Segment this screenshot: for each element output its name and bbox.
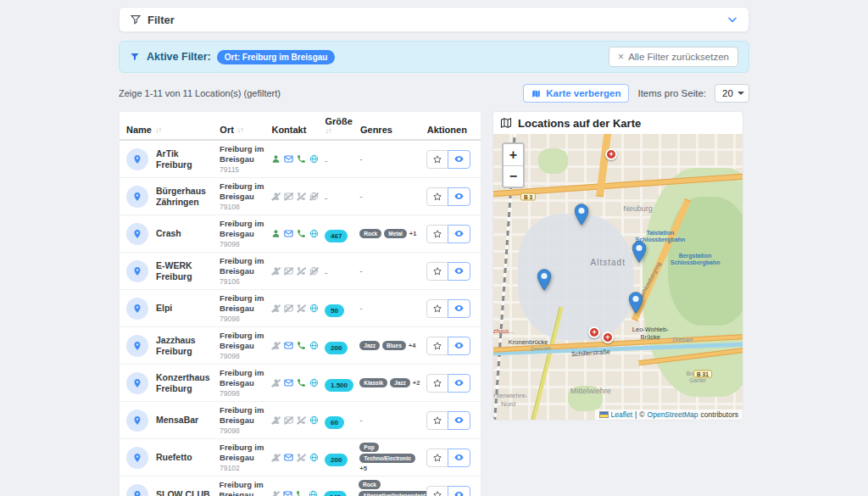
close-icon: ×	[618, 52, 624, 62]
location-name-cell: Elpi	[126, 298, 220, 320]
phone-icon[interactable]	[297, 229, 306, 238]
view-details-button[interactable]	[448, 262, 470, 281]
location-city: Freiburg im Breisgau	[220, 368, 268, 388]
location-city: Freiburg im Breisgau	[220, 443, 268, 463]
star-icon	[432, 154, 442, 164]
globe-icon[interactable]	[309, 453, 319, 462]
column-header-genres: Genres	[360, 125, 427, 135]
view-details-button[interactable]	[448, 187, 470, 206]
location-pin-icon	[126, 223, 148, 245]
view-details-button[interactable]	[448, 374, 470, 393]
phone-icon[interactable]	[297, 341, 306, 350]
favorite-button[interactable]	[426, 374, 448, 393]
person-icon[interactable]	[271, 154, 281, 164]
location-name-cell: Konzerthaus Freiburg	[126, 372, 220, 394]
favorite-button[interactable]	[426, 225, 448, 243]
openstreetmap-link[interactable]: OpenStreetMap	[648, 410, 698, 419]
globe-icon[interactable]	[309, 304, 319, 313]
zoom-out-button[interactable]: −	[504, 165, 523, 187]
ukraine-flag-icon	[599, 411, 609, 418]
genre-badge: Pop	[359, 443, 378, 452]
sort-icon: ↓↑	[326, 126, 331, 135]
view-details-button[interactable]	[448, 225, 470, 243]
email-icon[interactable]	[284, 341, 293, 350]
phone-icon[interactable]	[297, 378, 306, 387]
size-badge: 140	[324, 491, 347, 496]
phone-icon[interactable]	[297, 154, 306, 164]
location-name: ArTik Freiburg	[156, 148, 216, 170]
leaflet-map[interactable]: NeuburgAltstadtTalstation Schlossbergbah…	[493, 134, 743, 420]
location-city: Freiburg im Breisgau	[220, 405, 268, 426]
star-icon	[432, 304, 442, 314]
folded-map-icon	[500, 117, 512, 129]
filter-panel-header[interactable]: Filter	[119, 7, 749, 32]
star-icon	[432, 192, 442, 202]
items-per-page-label: Items pro Seite:	[637, 88, 706, 98]
map-park	[568, 386, 603, 411]
hide-map-button[interactable]: Karte verbergen	[523, 84, 629, 103]
location-zip: 79115	[220, 165, 268, 174]
globe-icon[interactable]	[309, 341, 319, 350]
location-marker-pin[interactable]	[575, 203, 589, 226]
poi-marker[interactable]: +	[605, 148, 617, 160]
column-header-label: Aktionen	[427, 125, 467, 135]
email-icon[interactable]	[284, 378, 293, 387]
table-header-row: Name↓↑Ort↓↑KontaktGröße↓↑GenresAktionen	[120, 112, 481, 141]
genres-cell: RockMetal+1	[359, 229, 426, 238]
poi-marker[interactable]: +	[588, 326, 600, 338]
location-city: Freiburg im Breisgau	[220, 219, 268, 239]
email-icon[interactable]	[284, 453, 293, 462]
globe-icon[interactable]	[309, 154, 319, 164]
globe-icon[interactable]	[309, 378, 319, 387]
location-marker-pin[interactable]	[632, 241, 646, 263]
column-header-groesse[interactable]: Größe↓↑	[326, 116, 360, 135]
location-city-cell: Freiburg im Breisgau79106	[220, 256, 271, 286]
email-icon[interactable]	[283, 490, 292, 496]
globe-icon[interactable]	[309, 415, 319, 425]
email-icon[interactable]	[284, 154, 293, 164]
globe-icon[interactable]	[309, 229, 319, 238]
location-marker-pin[interactable]	[628, 292, 643, 314]
contact-cell	[271, 154, 325, 164]
poi-marker[interactable]: +	[602, 332, 614, 343]
location-name-cell: E-WERK Freiburg	[126, 260, 220, 282]
phone-icon	[297, 453, 306, 462]
contact-cell	[271, 266, 325, 276]
active-filters-label: Aktive Filter:	[147, 51, 211, 63]
column-header-name[interactable]: Name↓↑	[126, 125, 220, 135]
favorite-button[interactable]	[426, 187, 448, 206]
email-icon[interactable]	[284, 229, 293, 238]
phone-icon[interactable]	[296, 490, 305, 496]
view-details-button[interactable]	[448, 150, 470, 169]
genres-cell: -	[359, 415, 426, 425]
globe-icon[interactable]	[309, 490, 318, 496]
location-marker-pin[interactable]	[537, 269, 551, 291]
person-icon	[271, 378, 281, 387]
favorite-button[interactable]	[426, 150, 448, 169]
location-name: MensaBar	[156, 415, 198, 426]
leaflet-link[interactable]: Leaflet	[611, 410, 633, 419]
reset-filters-button[interactable]: × Alle Filter zurücksetzen	[609, 47, 738, 67]
view-details-button[interactable]	[448, 449, 470, 467]
view-details-button[interactable]	[448, 337, 470, 355]
location-city-cell: Freiburg im Breisgau79102	[220, 443, 271, 472]
view-details-button[interactable]	[448, 299, 470, 318]
favorite-button[interactable]	[426, 262, 448, 281]
favorite-button[interactable]	[426, 411, 448, 430]
chevron-down-icon[interactable]	[726, 14, 738, 25]
eye-icon	[453, 265, 465, 276]
favorite-button[interactable]	[426, 486, 448, 496]
favorite-button[interactable]	[426, 337, 448, 355]
column-header-kontakt: Kontakt	[271, 125, 325, 135]
person-icon	[271, 304, 281, 313]
actions-cell	[426, 486, 474, 496]
favorite-button[interactable]	[426, 449, 448, 467]
zoom-in-button[interactable]: +	[504, 144, 523, 165]
location-name-cell: Crash	[126, 223, 220, 245]
items-per-page-select[interactable]: 20	[715, 84, 749, 103]
favorite-button[interactable]	[426, 299, 448, 318]
column-header-ort[interactable]: Ort↓↑	[220, 125, 271, 135]
person-icon[interactable]	[271, 229, 281, 238]
view-details-button[interactable]	[448, 411, 470, 430]
view-details-button[interactable]	[448, 486, 470, 496]
